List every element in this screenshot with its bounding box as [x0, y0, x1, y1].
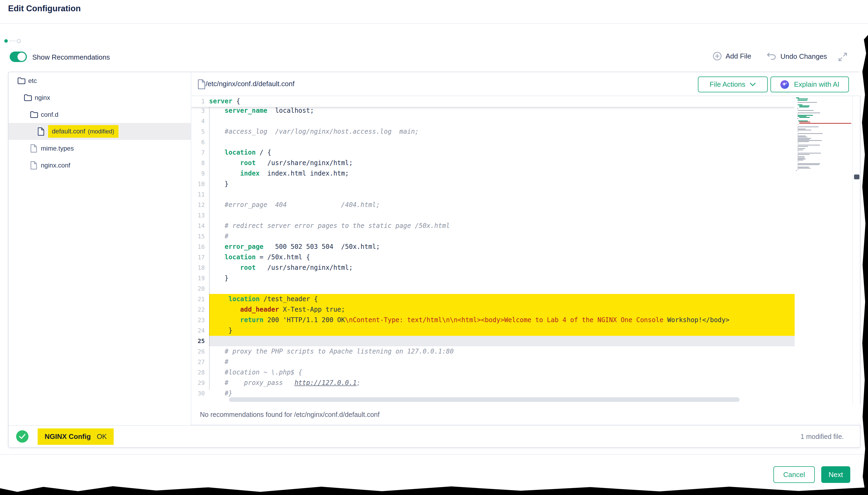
ai-sparkle-icon: [780, 80, 789, 89]
minimap-line: [798, 154, 810, 155]
tree-item-default-conf[interactable]: default.conf(modified): [9, 123, 191, 140]
minimap-line: [798, 99, 808, 99]
cancel-button[interactable]: Cancel: [773, 466, 815, 483]
tree-item-conf-d[interactable]: conf.d: [9, 106, 191, 123]
line-number: 19: [191, 273, 209, 284]
code-line-9: 9 index index.html index.htm;: [191, 168, 795, 179]
minimap-line: [798, 126, 819, 127]
minimap-line: [798, 155, 798, 156]
minimap-line: [798, 166, 798, 167]
minimap-line: [798, 110, 814, 111]
minimap-line: [796, 170, 797, 171]
nginx-config-label: NGINX Config: [45, 432, 91, 441]
minimap-line: [798, 100, 807, 101]
code-line-16: 16 error_page 500 502 503 504 /50x.html;: [191, 242, 795, 252]
code-line-24: 24 }: [191, 325, 795, 336]
minimap-line: [799, 105, 810, 106]
line-number: 28: [191, 367, 209, 378]
recommendations-bar: No recommendations found for /etc/nginx/…: [191, 405, 861, 425]
expand-icon[interactable]: [838, 52, 848, 62]
minimap-line: [798, 127, 798, 128]
minimap-line: [798, 139, 810, 140]
code-line-10: 10 }: [191, 179, 795, 189]
horizontal-scrollbar[interactable]: [229, 397, 739, 402]
footer-divider: [0, 454, 868, 455]
add-file-button[interactable]: Add File: [713, 52, 751, 61]
vertical-scrollbar-track[interactable]: [852, 96, 860, 405]
file-icon: [30, 161, 37, 170]
folder-icon: [17, 77, 26, 84]
tree-item-label: conf.d: [41, 111, 58, 118]
line-number: 8: [191, 158, 209, 168]
tree-item-etc[interactable]: etc: [9, 72, 191, 89]
minimap-line: [799, 117, 810, 118]
minimap-line: [798, 159, 806, 159]
minimap-line: [798, 115, 813, 116]
line-number: 25: [191, 336, 209, 346]
minimap-line: [798, 138, 811, 139]
editor-header: /etc/nginx/conf.d/default.conf File Acti…: [191, 72, 861, 96]
explain-with-ai-button[interactable]: Explain with AI: [770, 76, 849, 92]
code-minimap[interactable]: [796, 96, 852, 404]
chevron-down-icon: [750, 82, 756, 87]
minimap-line: [798, 116, 806, 117]
file-icon: [197, 79, 205, 89]
undo-changes-button[interactable]: Undo Changes: [766, 52, 827, 61]
minimap-line: [798, 142, 798, 143]
code-line-21: 21 location /test_header {: [191, 294, 795, 304]
plus-circle-icon: [713, 52, 722, 61]
code-line-28: 28 #location ~ \.php$ {: [191, 367, 795, 378]
folder-icon: [30, 111, 38, 118]
code-line-18: 18 root /usr/share/nginx/html;: [191, 262, 795, 273]
line-number: 4: [191, 116, 209, 126]
minimap-line: [799, 122, 810, 122]
line-number: 12: [191, 200, 209, 210]
minimap-line: [798, 104, 802, 105]
undo-icon: [766, 52, 776, 61]
line-number: 20: [191, 284, 209, 294]
line-number: 13: [191, 210, 209, 221]
code-line-22: 22 add_header X-Test-App true;: [191, 304, 795, 315]
file-icon: [30, 144, 37, 153]
tree-item-mime-types[interactable]: mime.types: [9, 140, 191, 157]
file-actions-button[interactable]: File Actions: [698, 76, 768, 92]
code-editor[interactable]: 1server { 3 server_name localhost;45 #ac…: [191, 96, 795, 405]
code-line-23: 23 return 200 'HTTP/1.1 200 OK\nContent-…: [191, 315, 795, 325]
minimap-line: [798, 163, 820, 164]
sticky-code-line: 1server {: [191, 96, 795, 107]
minimap-line: [798, 153, 821, 154]
code-line-8: 8 root /usr/share/nginx/html;: [191, 158, 795, 168]
line-number: 15: [191, 231, 209, 242]
next-button[interactable]: Next: [821, 466, 850, 483]
tree-item-modified-suffix: (modified): [88, 128, 114, 135]
tree-item-label: mime.types: [41, 145, 74, 152]
minimap-line: [798, 146, 808, 147]
code-line-20: 20: [191, 284, 795, 294]
minimap-line: [798, 164, 819, 165]
code-line-3: 3 server_name localhost;: [191, 105, 795, 116]
tree-item-nginx[interactable]: nginx: [9, 89, 191, 106]
code-line-12: 12 #error_page 404 /404.html;: [191, 200, 795, 210]
minimap-line: [798, 124, 799, 125]
line-number: 22: [191, 304, 209, 315]
stepper-step-1[interactable]: [4, 39, 8, 43]
show-recommendations-toggle[interactable]: [10, 52, 27, 62]
tree-item-nginx-conf[interactable]: nginx.conf: [9, 157, 191, 174]
code-line-15: 15 #: [191, 231, 795, 242]
minimap-line: [798, 169, 798, 170]
minimap-line: [798, 114, 798, 114]
explain-with-ai-label: Explain with AI: [794, 80, 839, 89]
vertical-scrollbar-thumb[interactable]: [854, 174, 859, 179]
minimap-line: [798, 148, 805, 149]
minimap-line: [798, 131, 798, 132]
line-number: 3: [191, 105, 209, 116]
minimap-line: [798, 118, 798, 119]
line-number: 23: [191, 315, 209, 325]
code-line-25: 25: [191, 336, 795, 346]
status-bar: NGINX Config OK 1 modified file.: [9, 425, 860, 447]
stepper-connector: [9, 40, 16, 41]
tree-item-label: nginx.conf: [41, 161, 70, 169]
minimap-line: [798, 135, 798, 135]
stepper-step-2[interactable]: [17, 39, 21, 43]
code-line-17: 17 location = /50x.html {: [191, 252, 795, 262]
